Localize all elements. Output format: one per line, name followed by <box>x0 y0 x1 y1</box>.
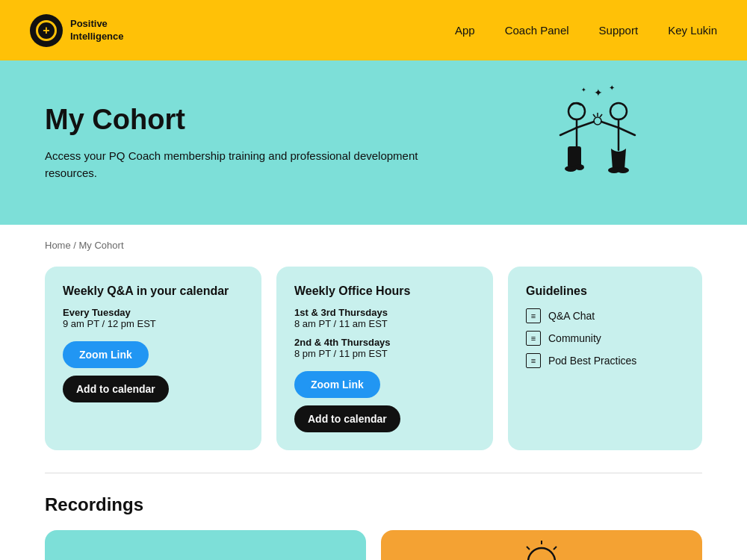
cards-section: Weekly Q&A in your calendar Every Tuesda… <box>0 259 747 473</box>
svg-text:✦: ✦ <box>594 87 603 99</box>
guideline-item-qa[interactable]: Q&A Chat <box>526 308 684 323</box>
svg-point-8 <box>594 117 601 125</box>
weekly-qa-buttons: Zoom Link Add to calendar <box>63 341 244 402</box>
office-hours-s2-time: 8 pm PT / 11 pm EST <box>294 348 475 359</box>
logo-inner-icon <box>36 20 57 41</box>
weekly-qa-schedule: Every Tuesday 9 am PT / 12 pm EST <box>63 307 244 329</box>
office-hours-zoom-button[interactable]: Zoom Link <box>294 371 380 398</box>
header: Positive Intelligence App Coach Panel Su… <box>0 0 747 60</box>
recording-card-teal[interactable] <box>45 530 366 560</box>
weekly-qa-zoom-button[interactable]: Zoom Link <box>63 341 149 368</box>
guideline-item-community[interactable]: Community <box>526 331 684 346</box>
hero-title: My Cohort <box>45 104 418 136</box>
svg-line-41 <box>527 547 530 550</box>
hero-svg: ✦ ✦ ✦ <box>523 83 672 202</box>
guideline-pod-icon <box>526 353 541 368</box>
recording-teal-inner <box>45 553 366 560</box>
guideline-item-pod[interactable]: Pod Best Practices <box>526 353 684 368</box>
logo-text: Positive Intelligence <box>70 18 124 43</box>
svg-point-34 <box>528 548 555 560</box>
office-hours-calendar-button[interactable]: Add to calendar <box>294 405 400 432</box>
svg-text:✦: ✦ <box>581 87 586 93</box>
office-hours-s2-label: 2nd & 4th Thursdays <box>294 337 475 348</box>
guideline-qa-icon <box>526 308 541 323</box>
nav-coach-panel[interactable]: Coach Panel <box>505 24 569 37</box>
svg-point-5 <box>565 166 577 172</box>
breadcrumb-home[interactable]: Home <box>45 240 71 251</box>
guideline-pod-label: Pod Best Practices <box>548 355 636 367</box>
breadcrumb-current: My Cohort <box>79 240 124 251</box>
nav-support[interactable]: Support <box>599 24 639 37</box>
office-hours-schedule2: 2nd & 4th Thursdays 8 pm PT / 11 pm EST <box>294 337 475 359</box>
lightbulb-svg <box>519 541 564 560</box>
svg-line-9 <box>593 114 595 117</box>
svg-line-40 <box>554 547 557 550</box>
nav-app[interactable]: App <box>455 24 475 37</box>
office-hours-s1-label: 1st & 3rd Thursdays <box>294 307 475 318</box>
hero-section: My Cohort Access your PQ Coach membershi… <box>0 60 747 225</box>
main-nav: App Coach Panel Support Key Lukin <box>455 24 717 37</box>
logo-icon <box>30 14 63 47</box>
office-hours-schedule1: 1st & 3rd Thursdays 8 am PT / 11 am EST <box>294 307 475 329</box>
svg-text:✦: ✦ <box>609 84 615 92</box>
hero-content: My Cohort Access your PQ Coach membershi… <box>45 104 418 181</box>
svg-point-13 <box>617 167 629 173</box>
recordings-section: Recordings <box>0 473 747 560</box>
breadcrumb: Home / My Cohort <box>45 240 124 251</box>
logo[interactable]: Positive Intelligence <box>30 14 124 47</box>
hero-description: Access your PQ Coach membership training… <box>45 148 418 181</box>
weekly-qa-schedule-label: Every Tuesday <box>63 307 244 318</box>
weekly-qa-schedule-time: 9 am PT / 12 pm EST <box>63 318 244 329</box>
nav-user[interactable]: Key Lukin <box>668 24 717 37</box>
svg-point-7 <box>610 103 627 119</box>
recording-orange-inner <box>509 530 574 560</box>
recording-card-orange[interactable] <box>381 530 702 560</box>
weekly-qa-calendar-button[interactable]: Add to calendar <box>63 376 169 402</box>
svg-line-10 <box>600 114 602 117</box>
office-hours-s1-time: 8 am PT / 11 am EST <box>294 318 475 329</box>
guideline-community-label: Community <box>548 332 601 344</box>
hero-illustration: ✦ ✦ ✦ <box>523 83 672 202</box>
recordings-grid <box>45 530 702 560</box>
guideline-community-icon <box>526 331 541 346</box>
office-hours-title: Weekly Office Hours <box>294 284 475 298</box>
office-hours-buttons: Zoom Link Add to calendar <box>294 371 475 432</box>
guideline-qa-label: Q&A Chat <box>548 310 595 322</box>
breadcrumb-section: Home / My Cohort <box>0 225 747 259</box>
recordings-title: Recordings <box>45 494 702 515</box>
svg-rect-4 <box>568 146 581 167</box>
guidelines-title: Guidelines <box>526 284 684 298</box>
svg-point-6 <box>575 164 584 170</box>
office-hours-card: Weekly Office Hours 1st & 3rd Thursdays … <box>276 267 493 450</box>
weekly-qa-title: Weekly Q&A in your calendar <box>63 284 244 298</box>
weekly-qa-card: Weekly Q&A in your calendar Every Tuesda… <box>45 267 261 450</box>
guidelines-card: Guidelines Q&A Chat Community Pod Best P… <box>508 267 702 450</box>
